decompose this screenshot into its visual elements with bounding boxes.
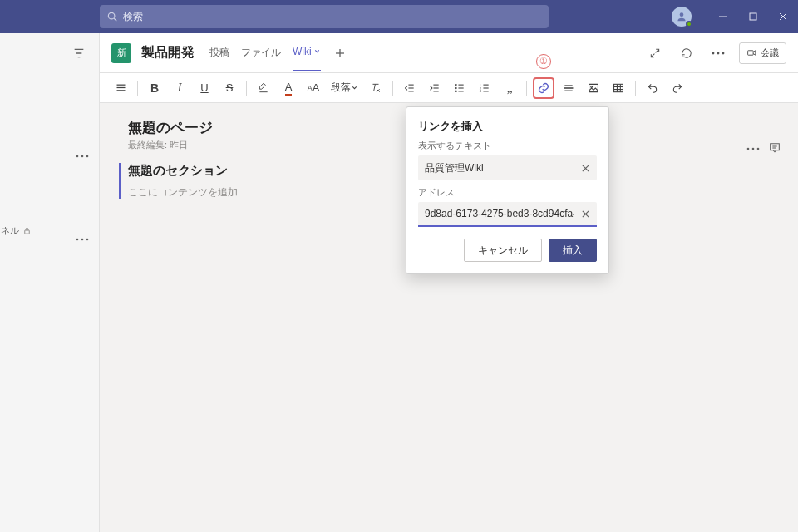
tab-wiki[interactable]: Wiki — [293, 34, 321, 71]
svg-point-7 — [76, 155, 79, 158]
table-button[interactable] — [608, 77, 629, 99]
image-button[interactable] — [583, 77, 604, 99]
titlebar — [0, 0, 798, 33]
undo-icon — [647, 82, 658, 94]
search-box[interactable] — [100, 5, 549, 28]
indent-icon — [429, 82, 441, 94]
font-size-button[interactable]: AA — [303, 77, 324, 99]
section-conversation-button[interactable] — [768, 141, 781, 157]
lock-icon — [22, 226, 32, 235]
meet-button[interactable]: 会議 — [739, 42, 786, 64]
hidden-channel-text: ャネル — [0, 224, 19, 237]
paragraph-label: 段落 — [331, 81, 351, 95]
search-wrap — [100, 5, 549, 28]
indent-button[interactable] — [424, 77, 446, 99]
dialog-actions: キャンセル 挿入 — [418, 239, 597, 262]
channel-row-more[interactable] — [0, 146, 99, 166]
svg-line-1 — [114, 18, 116, 21]
svg-text:3: 3 — [480, 89, 481, 93]
search-input[interactable] — [123, 11, 542, 22]
number-list-icon: 123 — [479, 82, 490, 94]
address-input[interactable] — [425, 208, 574, 219]
redo-icon — [672, 82, 683, 94]
svg-point-16 — [712, 52, 715, 54]
presence-available-icon — [686, 21, 692, 27]
nav-toggle-button[interactable] — [110, 77, 131, 99]
more-button[interactable] — [707, 42, 729, 64]
svg-point-8 — [81, 155, 84, 158]
underline-button[interactable]: U — [194, 77, 215, 99]
strike-button[interactable]: S — [219, 77, 240, 99]
workspace: ャネル 新 製品開発 投稿 ファイル Wiki — [0, 33, 798, 532]
close-icon — [581, 164, 590, 173]
more-icon — [76, 155, 89, 158]
font-color-button[interactable]: A — [278, 77, 299, 99]
wiki-editor[interactable]: 無題のページ 最終編集: 昨日 無題のセクション ここにコンテンツを追加 リンク… — [100, 103, 798, 532]
clear-text-button[interactable] — [579, 161, 592, 175]
maximize-button[interactable] — [738, 0, 768, 33]
highlight-icon — [258, 82, 269, 94]
display-text-field[interactable] — [418, 155, 597, 180]
quote-button[interactable]: „ — [499, 77, 520, 99]
svg-point-9 — [86, 155, 89, 158]
annotation-marker-1: ① — [536, 54, 551, 69]
section-more-button[interactable] — [746, 141, 760, 157]
highlight-button[interactable] — [253, 77, 274, 99]
hamburger-icon — [115, 81, 127, 94]
svg-point-52 — [747, 148, 750, 150]
svg-rect-13 — [25, 230, 30, 234]
svg-point-2 — [680, 12, 684, 17]
page-header: 新 製品開発 投稿 ファイル Wiki 会議 — [100, 33, 798, 73]
svg-point-30 — [456, 84, 457, 86]
insert-button[interactable]: 挿入 — [549, 239, 597, 262]
tab-wiki-label: Wiki — [293, 46, 312, 57]
link-icon — [537, 81, 550, 95]
address-field[interactable] — [418, 202, 597, 227]
hidden-channel-label[interactable]: ャネル — [0, 224, 32, 237]
undo-button[interactable] — [642, 77, 663, 99]
refresh-button[interactable] — [676, 42, 697, 64]
svg-point-11 — [81, 239, 84, 241]
clear-format-button[interactable] — [365, 77, 387, 99]
svg-point-0 — [108, 12, 115, 19]
chat-icon — [768, 141, 781, 155]
number-list-button[interactable]: 123 — [474, 77, 495, 99]
image-icon — [588, 82, 599, 94]
svg-point-17 — [717, 52, 720, 54]
hr-button[interactable] — [558, 77, 579, 99]
close-button[interactable] — [768, 0, 798, 33]
channel-list-panel: ャネル — [0, 33, 100, 532]
minimize-button[interactable] — [708, 0, 738, 33]
outdent-icon — [404, 82, 416, 94]
person-icon — [676, 11, 687, 22]
italic-button[interactable]: I — [169, 77, 190, 99]
outdent-button[interactable] — [399, 77, 421, 99]
more-icon — [76, 238, 89, 241]
bold-button[interactable]: B — [144, 77, 165, 99]
expand-button[interactable] — [644, 42, 666, 64]
tab-files[interactable]: ファイル — [241, 34, 281, 71]
add-tab-button[interactable] — [331, 44, 349, 62]
redo-button[interactable] — [667, 77, 688, 99]
clear-format-icon — [370, 82, 382, 94]
wiki-toolbar: B I U S A AA 段落 123 „ ① — [100, 73, 798, 103]
tab-posts[interactable]: 投稿 — [209, 34, 229, 71]
filter-icon[interactable] — [72, 47, 86, 60]
title-right — [672, 0, 798, 33]
clear-address-button[interactable] — [579, 207, 592, 220]
avatar[interactable] — [672, 7, 692, 27]
team-avatar-badge: 新 — [111, 43, 131, 63]
expand-icon — [649, 47, 661, 59]
svg-point-10 — [76, 239, 79, 241]
cancel-button[interactable]: キャンセル — [464, 239, 542, 262]
svg-point-54 — [757, 148, 760, 150]
display-text-label: 表示するテキスト — [418, 140, 597, 152]
table-icon — [613, 82, 624, 94]
insert-link-button[interactable]: ① — [533, 77, 554, 99]
plus-icon — [334, 47, 346, 59]
section-actions — [746, 141, 781, 157]
paragraph-style-button[interactable]: 段落 — [328, 77, 362, 99]
bullet-list-button[interactable] — [449, 77, 470, 99]
svg-rect-19 — [748, 51, 754, 55]
display-text-input[interactable] — [425, 162, 574, 174]
